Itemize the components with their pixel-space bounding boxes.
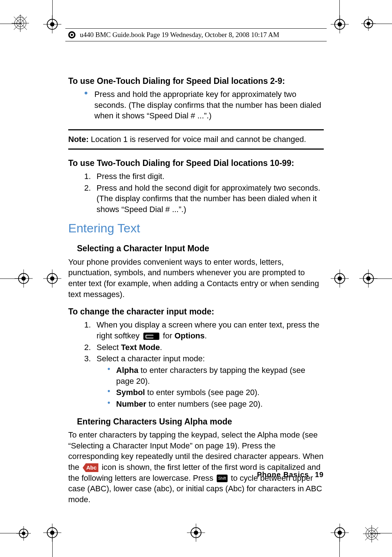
abc-mode-icon: Abc [83, 463, 98, 472]
shift-key-icon: Shift [217, 475, 228, 482]
crop-line [52, 0, 53, 22]
note-box: Note: Location 1 is reserved for voice m… [68, 129, 324, 150]
page: u440 BMC Guide.book Page 19 Wednesday, O… [0, 0, 392, 557]
bullet-icon: • [84, 89, 94, 121]
text-run: . [160, 343, 162, 352]
right-softkey-icon [143, 333, 159, 340]
running-head-bar: u440 BMC Guide.book Page 19 Wednesday, O… [65, 28, 327, 41]
list-number: 1. [84, 171, 97, 182]
list-number: 3. [84, 353, 97, 364]
subheading-one-touch: To use One-Touch Dialing for Speed Dial … [68, 76, 324, 87]
text-bold: Options [175, 331, 205, 340]
text-bold: Alpha [116, 366, 138, 375]
list-item-text: Press the first digit. [97, 171, 164, 182]
paragraph: Your phone provides convenient ways to e… [68, 257, 324, 300]
page-footer: Phone Basics 19 [257, 471, 324, 479]
text-run: to enter numbers (see page 20). [146, 399, 262, 408]
list-item: 2. Select Text Mode. [84, 342, 324, 353]
list-item: • Press and hold the appropriate key for… [84, 89, 324, 121]
list-item-text: Symbol to enter symbols (see page 20). [116, 387, 260, 398]
list-number: 2. [84, 342, 97, 353]
subheading-selecting-mode: Selecting a Character Input Mode [77, 243, 324, 254]
crop-line [339, 0, 340, 22]
subheading-two-touch: To use Two-Touch Dialing for Speed Dial … [68, 158, 324, 169]
crop-line [0, 278, 22, 279]
crop-line [370, 24, 392, 24]
crop-line [0, 24, 22, 24]
text-bold: Text Mode [121, 343, 160, 352]
registration-burst-icon [363, 525, 380, 542]
list-item-text: Select a character input mode: [97, 353, 205, 364]
subheading-change-mode: To change the character input mode: [68, 306, 324, 317]
bullet-icon: • [107, 365, 116, 386]
list-item-text: Alpha to enter characters by tapping the… [116, 365, 324, 386]
crop-mark-icon [331, 524, 349, 542]
footer-section: Phone Basics [257, 471, 309, 479]
list-item-text: Press and hold the appropriate key for a… [94, 89, 324, 121]
footer-page-number: 19 [315, 471, 324, 479]
note-text: Location 1 is reserved for voice mail an… [89, 135, 306, 144]
list-item: 1. Press the first digit. [84, 171, 324, 182]
registration-burst-icon [12, 15, 29, 32]
list-number: 2. [84, 183, 97, 215]
list-item-text: Number to enter numbers (see page 20). [116, 399, 263, 410]
running-head-text: u440 BMC Guide.book Page 19 Wednesday, O… [80, 31, 279, 39]
list-item: 2. Press and hold the second digit for a… [84, 183, 324, 215]
list-item-text: Select Text Mode. [97, 342, 162, 353]
subheading-alpha-mode: Entering Characters Using Alpha mode [77, 416, 324, 427]
page-content: To use One-Touch Dialing for Speed Dial … [68, 69, 324, 507]
text-run: to enter symbols (see page 20). [145, 388, 260, 397]
list-item-text: Press and hold the second digit for appr… [97, 183, 324, 215]
list-number: 1. [84, 320, 97, 341]
crop-mark-icon [43, 269, 61, 288]
text-run: Select [97, 343, 121, 352]
crop-line [0, 533, 22, 533]
registration-mark-icon [16, 526, 31, 541]
list-item: • Alpha to enter characters by tapping t… [107, 365, 324, 386]
list-item: • Symbol to enter symbols (see page 20). [107, 387, 324, 398]
crop-line [370, 278, 392, 279]
paragraph: To enter characters by tapping the keypa… [68, 430, 324, 505]
text-run: . [205, 331, 207, 340]
list-item: 1. When you display a screen where you c… [84, 320, 324, 341]
note-label: Note: [68, 135, 89, 144]
crop-mark-icon [331, 15, 349, 33]
text-bold: Symbol [116, 388, 145, 397]
crop-mark-icon [331, 269, 349, 288]
heading-entering-text: Entering Text [68, 220, 324, 237]
crop-mark-icon [187, 524, 205, 542]
crop-line [339, 535, 340, 557]
bullet-icon: • [107, 387, 116, 398]
list-item: • Number to enter numbers (see page 20). [107, 399, 324, 410]
bullet-ornament-icon [68, 31, 75, 38]
crop-line [370, 533, 392, 533]
list-item: 3. Select a character input mode: [84, 353, 324, 364]
text-bold: Number [116, 399, 146, 408]
list-item-text: When you display a screen where you can … [97, 320, 324, 341]
text-run: When you display a screen where you can … [97, 320, 319, 340]
crop-line [52, 535, 53, 557]
bullet-icon: • [107, 399, 116, 410]
text-run: for [163, 331, 175, 340]
text-run: to enter characters by tapping the keypa… [116, 366, 305, 386]
